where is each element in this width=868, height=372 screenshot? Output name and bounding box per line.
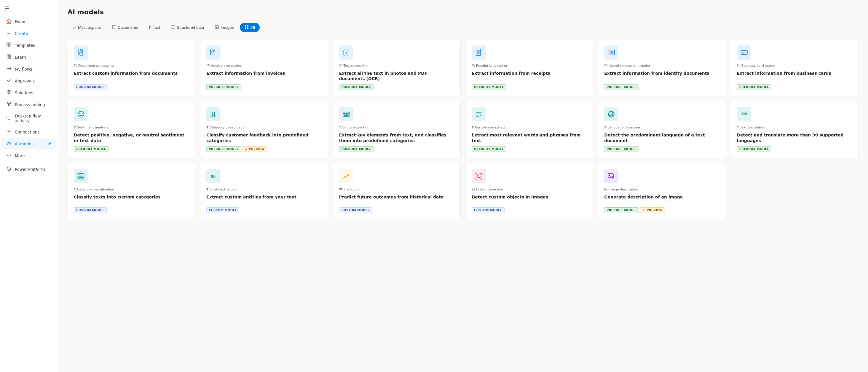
card-category: Prediction [339,188,455,191]
card-badges: PREBUILT MODEL [737,84,852,90]
badge-custom: CUSTOM MODEL [472,207,504,213]
card-icon [74,46,88,60]
svg-point-55 [477,175,480,178]
card-language-detection[interactable]: T Language detection Detect the predomin… [598,101,726,158]
svg-point-11 [10,103,11,104]
card-badges: PREBUILT MODEL [339,84,455,90]
card-icon [74,107,88,121]
badge-prebuilt: PREBUILT MODEL [737,84,772,90]
card-category: Image description [604,188,719,191]
card-badges: CUSTOM MODEL [339,207,455,213]
card-category: T Key phrase extraction [472,125,587,129]
card-icon [472,107,486,121]
svg-rect-54 [339,189,342,190]
sidebar-item-desktop-flow[interactable]: Desktop flow activity [1,111,57,126]
tab-images[interactable]: Images [210,23,238,32]
card-entity-extraction-prebuilt[interactable]: T Entity extraction Extract key elements… [333,101,461,158]
sidebar-item-process-mining[interactable]: Process mining [1,99,57,110]
tab-text[interactable]: T Text [144,23,165,32]
documents-icon [112,25,116,30]
card-icon [339,107,353,121]
sidebar-item-more[interactable]: ··· More [1,150,57,161]
card-category-classification-prebuilt[interactable]: T Category classification Classify custo… [200,101,328,158]
svg-rect-1 [9,43,11,45]
svg-point-37 [78,111,84,117]
sidebar-item-label: Process mining [15,102,45,107]
sidebar-item-label: Learn [15,55,26,60]
card-text-recognition[interactable]: T Text recognition Extract all the text … [333,39,461,96]
card-category: Receipt processing [472,64,587,68]
sidebar-item-home[interactable]: 🏠 Home [1,16,57,27]
sidebar-item-label: Create [15,31,28,36]
learn-icon [6,54,12,60]
sidebar-item-approvals[interactable]: Approvals [1,75,57,87]
sidebar-item-connections[interactable]: Connections [1,126,57,138]
card-image-description[interactable]: Image description Generate description o… [598,163,726,219]
sidebar-item-solutions[interactable]: Solutions [1,87,57,98]
sidebar-item-create[interactable]: + Create [1,28,57,39]
svg-rect-6 [9,90,11,92]
card-category: T Category classification [206,125,322,129]
sidebar-item-learn[interactable]: Learn [1,52,57,63]
card-category: Object detection [472,188,587,191]
card-key-phrase[interactable]: T Key phrase extraction Extract most rel… [465,101,593,158]
card-prediction[interactable]: Prediction Predict future outcomes from … [333,163,461,219]
badge-preview: PREVIEW [242,146,267,152]
badge-prebuilt: PREBUILT MODEL [74,146,108,152]
card-title: Extract custom information from document… [74,70,189,76]
badge-preview: PREVIEW [640,207,665,213]
all-icon [245,25,249,30]
card-title: Extract custom entities from your text [206,194,322,200]
tab-all[interactable]: All [240,23,260,32]
badge-prebuilt: PREBUILT MODEL [472,84,506,90]
card-text-translation[interactable]: A文 T Text translation Detect and transla… [731,101,859,158]
most-popular-icon: ☆ [72,25,76,30]
card-sentiment-analysis[interactable]: T Sentiment analysis Detect positive, ne… [68,101,195,158]
create-icon: + [6,30,12,36]
badge-custom: CUSTOM MODEL [206,207,239,213]
card-entity-extraction-custom[interactable]: 99 T Entity extraction Extract custom en… [200,163,328,219]
desktop-flow-icon [6,115,12,121]
card-doc-processing[interactable]: Document processing Extract custom infor… [68,39,195,96]
tab-most-popular[interactable]: ☆ Most popular [68,23,106,32]
power-platform-icon [6,166,12,172]
sidebar-item-ai-models[interactable]: AI models [1,138,57,149]
card-icon [604,46,618,60]
badge-custom: CUSTOM MODEL [339,207,372,213]
card-object-detection[interactable]: Object detection Detect custom objects i… [465,163,593,219]
svg-rect-19 [171,26,175,26]
svg-rect-7 [7,93,9,94]
card-title: Extract information from receipts [472,70,587,76]
badge-prebuilt: PREBUILT MODEL [206,84,241,90]
sidebar-item-power-platform[interactable]: Power Platform [1,164,57,175]
card-identity-doc[interactable]: Identity document reader Extract informa… [598,39,726,96]
card-receipt-processing[interactable]: Receipt processing Extract information f… [465,39,593,96]
card-category: T Entity extraction [339,125,455,129]
card-invoice-processing[interactable]: Invoice processing Extract information f… [200,39,328,96]
card-icon [339,169,353,183]
card-title: Extract most relevant words and phrases … [472,132,587,143]
svg-point-38 [80,113,80,114]
svg-point-16 [10,132,11,133]
card-badges: CUSTOM MODEL [206,207,322,213]
card-icon [604,169,618,183]
card-business-card[interactable]: Business card reader Extract information… [731,39,859,96]
hamburger-menu[interactable]: ☰ [0,2,58,15]
tab-documents[interactable]: Documents [107,23,143,32]
card-category: T Language detection [604,125,719,129]
svg-point-35 [609,52,611,53]
svg-rect-2 [7,45,9,47]
sidebar-item-my-flows[interactable]: My flows [1,63,57,75]
svg-point-61 [605,189,606,189]
text-icon: T [149,25,151,30]
card-title: Detect positive, negative, or neutral se… [74,132,189,143]
sidebar-item-label: AI models [15,142,35,146]
home-icon: 🏠 [6,19,12,24]
svg-rect-20 [171,27,175,27]
svg-rect-13 [7,116,11,119]
tab-structured-data[interactable]: Structured data [166,23,209,32]
sidebar-item-templates[interactable]: Templates [1,40,57,51]
card-category-classification-custom[interactable]: T Category classification Classify texts… [68,163,195,219]
card-badges: PREBUILT MODEL [604,84,719,90]
svg-point-42 [214,115,216,117]
